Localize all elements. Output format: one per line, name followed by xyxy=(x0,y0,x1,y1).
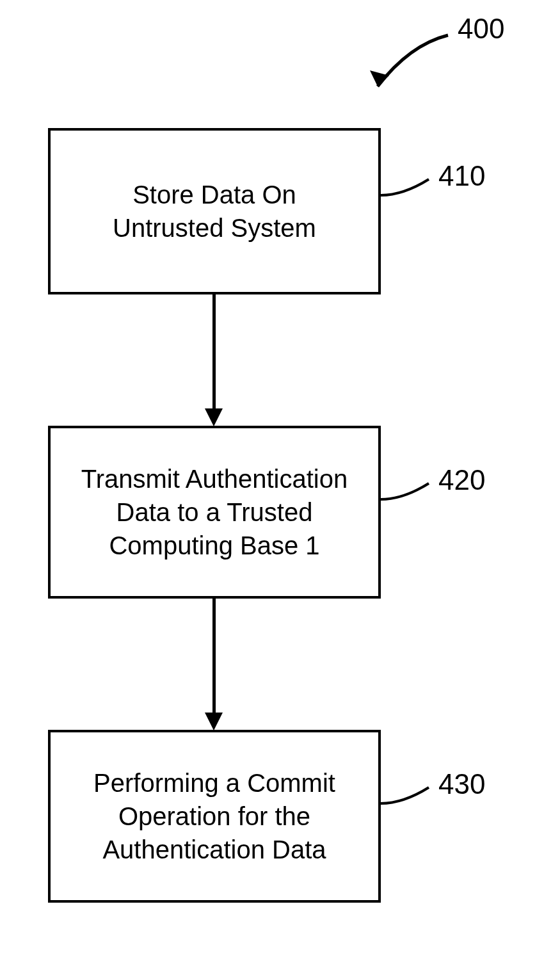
flowchart-diagram: 400 Store Data On Untrusted System 410 T… xyxy=(0,0,560,975)
step-box-1: Store Data On Untrusted System xyxy=(48,128,381,294)
label-420: 420 xyxy=(438,464,485,496)
arrow-2-3-head xyxy=(205,713,223,730)
step-text-2: Transmit Authentication Data to a Truste… xyxy=(81,462,348,562)
leader-420 xyxy=(381,477,438,509)
arrow-2-3-line xyxy=(212,599,216,714)
step-text-1: Store Data On Untrusted System xyxy=(113,178,316,245)
title-label: 400 xyxy=(458,13,504,45)
arrow-1-2-line xyxy=(212,294,216,410)
leader-410 xyxy=(381,173,438,205)
label-410: 410 xyxy=(438,160,485,192)
leader-430 xyxy=(381,781,438,813)
step-text-3: Performing a Commit Operation for the Au… xyxy=(93,766,335,866)
step-box-2: Transmit Authentication Data to a Truste… xyxy=(48,426,381,599)
svg-marker-0 xyxy=(370,70,389,86)
arrow-1-2-head xyxy=(205,408,223,426)
label-430: 430 xyxy=(438,768,485,800)
step-box-3: Performing a Commit Operation for the Au… xyxy=(48,730,381,903)
title-arrow xyxy=(358,26,461,102)
